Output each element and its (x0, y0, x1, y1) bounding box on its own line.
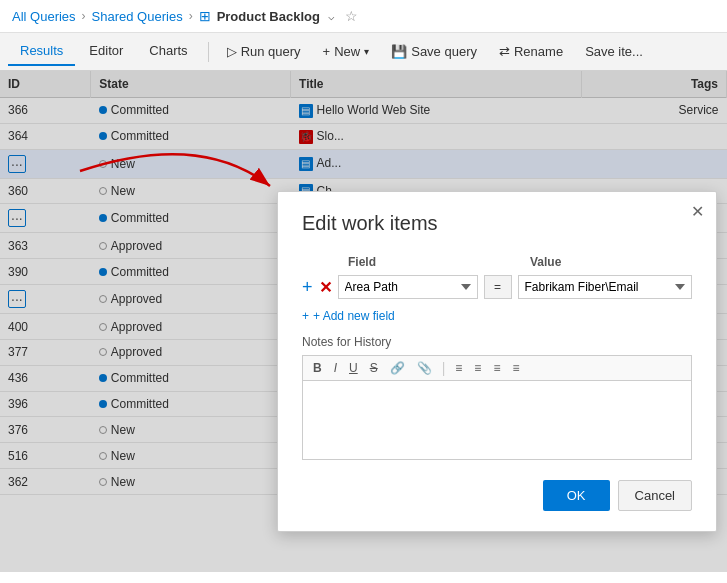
add-field-row-button[interactable]: + (302, 277, 313, 298)
tab-charts[interactable]: Charts (137, 37, 199, 66)
ok-button[interactable]: OK (543, 480, 610, 511)
save-query-button[interactable]: 💾 Save query (381, 39, 487, 64)
breadcrumb-sep-1: › (82, 9, 86, 23)
rename-icon: ⇄ (499, 44, 510, 59)
dialog-footer: OK Cancel (302, 480, 692, 511)
dialog-title: Edit work items (302, 212, 692, 235)
breadcrumb: All Queries › Shared Queries › ⊞ Product… (0, 0, 727, 33)
notes-italic-button[interactable]: I (332, 360, 339, 376)
run-query-button[interactable]: ▷ Run query (217, 39, 311, 64)
add-new-field-label: + Add new field (313, 309, 395, 323)
field-column-label: Field (348, 255, 488, 269)
save-item-label: Save ite... (585, 44, 643, 59)
notes-strikethrough-button[interactable]: S (368, 360, 380, 376)
value-column-label: Value (530, 255, 561, 269)
field-value-row: + ✕ Area Path Assigned To State Iteratio… (302, 275, 692, 299)
breadcrumb-sep-2: › (189, 9, 193, 23)
breadcrumb-shared-queries[interactable]: Shared Queries (92, 9, 183, 24)
notes-list-button[interactable]: ≡ (453, 360, 464, 376)
modal-overlay: ✕ Edit work items Field Value + ✕ Area P… (0, 71, 727, 572)
new-icon: + (323, 44, 331, 59)
notes-label: Notes for History (302, 335, 692, 349)
breadcrumb-star-icon[interactable]: ☆ (345, 8, 358, 24)
notes-link-button[interactable]: 🔗 (388, 360, 407, 376)
run-query-icon: ▷ (227, 44, 237, 59)
notes-formatting-toolbar: B I U S 🔗 📎 | ≡ ≡ ≡ ≡ (302, 355, 692, 380)
notes-ordered-list-button[interactable]: ≡ (472, 360, 483, 376)
notes-underline-button[interactable]: U (347, 360, 360, 376)
notes-attachment-button[interactable]: 📎 (415, 360, 434, 376)
notes-indent-button[interactable]: ≡ (491, 360, 502, 376)
notes-toolbar-sep: | (442, 360, 446, 376)
cancel-button[interactable]: Cancel (618, 480, 692, 511)
delete-field-row-button[interactable]: ✕ (319, 278, 332, 297)
new-dropdown-icon: ▾ (364, 46, 369, 57)
save-query-icon: 💾 (391, 44, 407, 59)
edit-work-items-dialog: ✕ Edit work items Field Value + ✕ Area P… (277, 191, 717, 532)
new-button[interactable]: + New ▾ (313, 39, 380, 64)
operator-equals: = (484, 275, 512, 299)
notes-outdent-button[interactable]: ≡ (510, 360, 521, 376)
save-query-label: Save query (411, 44, 477, 59)
breadcrumb-product-backlog: Product Backlog (217, 9, 320, 24)
breadcrumb-dropdown-icon[interactable]: ⌵ (328, 10, 335, 23)
run-query-label: Run query (241, 44, 301, 59)
new-label: New (334, 44, 360, 59)
add-new-field-icon: + (302, 309, 309, 323)
toolbar: Results Editor Charts ▷ Run query + New … (0, 33, 727, 71)
notes-text-area[interactable] (302, 380, 692, 460)
tab-editor[interactable]: Editor (77, 37, 135, 66)
toolbar-separator (208, 42, 209, 62)
field-select[interactable]: Area Path Assigned To State Iteration Pa… (338, 275, 478, 299)
rename-label: Rename (514, 44, 563, 59)
notes-bold-button[interactable]: B (311, 360, 324, 376)
query-results-table: ID State Title Tags 366Committed▤Hello W… (0, 71, 727, 572)
add-new-field-button[interactable]: + + Add new field (302, 309, 395, 323)
tab-results[interactable]: Results (8, 37, 75, 66)
dialog-close-button[interactable]: ✕ (691, 202, 704, 221)
value-select[interactable]: Fabrikam Fiber\Email Fabrikam Fiber\Dev … (518, 275, 692, 299)
save-item-button[interactable]: Save ite... (575, 39, 653, 64)
table-icon: ⊞ (199, 8, 211, 24)
breadcrumb-all-queries[interactable]: All Queries (12, 9, 76, 24)
rename-button[interactable]: ⇄ Rename (489, 39, 573, 64)
